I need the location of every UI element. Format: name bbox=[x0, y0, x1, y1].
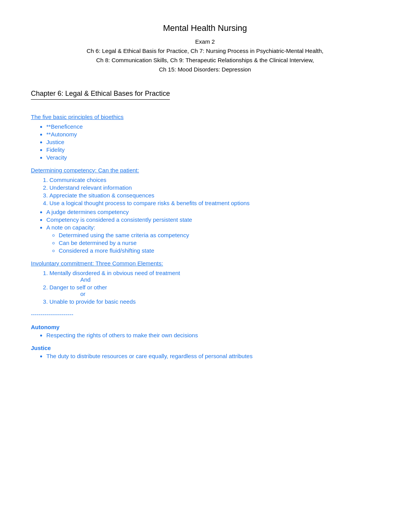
competency-numbered-list: Communicate choices Understand relevant … bbox=[31, 177, 379, 206]
list-item: The duty to distribute resources or care… bbox=[46, 353, 379, 359]
list-item: Communicate choices bbox=[49, 177, 379, 183]
list-item: Appreciate the situation & consequences bbox=[49, 192, 379, 199]
autonomy-section: Autonomy Respecting the rights of others… bbox=[31, 324, 379, 338]
involuntary-section: Involuntary commitment: Three Common Ele… bbox=[31, 260, 379, 305]
list-item: Justice bbox=[46, 139, 379, 145]
justice-section: Justice The duty to distribute resources… bbox=[31, 345, 379, 359]
list-item: Understand relevant information bbox=[49, 184, 379, 191]
list-item: Considered a more fluid/shifting state bbox=[59, 247, 379, 254]
competency-bullet-list: A judge determines competency Competency… bbox=[31, 209, 379, 254]
chapter6-heading: Chapter 6: Legal & Ethical Bases for Pra… bbox=[31, 90, 170, 100]
list-item: Mentally disordered & in obvious need of… bbox=[49, 270, 379, 283]
list-item: Use a logical thought process to compare… bbox=[49, 200, 379, 206]
bioethics-label: The five basic principles of bioethics bbox=[31, 114, 379, 120]
competency-section: Determining competency: Can the patient:… bbox=[31, 167, 379, 254]
subtitle-block: Exam 2 Ch 6: Legal & Ethical Basis for P… bbox=[31, 37, 379, 74]
list-item: Determined using the same criteria as co… bbox=[59, 232, 379, 238]
list-item: A note on capacity: Determined using the… bbox=[46, 224, 379, 254]
list-item: Competency is considered a consistently … bbox=[46, 216, 379, 223]
list-item: Can be determined by a nurse bbox=[59, 240, 379, 246]
divider: ---------------------- bbox=[31, 311, 379, 318]
competency-label: Determining competency: Can the patient: bbox=[31, 167, 379, 173]
and-text: And bbox=[49, 276, 379, 283]
or-text: or bbox=[49, 291, 379, 297]
involuntary-label: Involuntary commitment: Three Common Ele… bbox=[31, 260, 379, 267]
list-item: A judge determines competency bbox=[46, 209, 379, 215]
subtitle-line1: Ch 6: Legal & Ethical Basis for Practice… bbox=[31, 46, 379, 56]
list-item: Fidelity bbox=[46, 146, 379, 153]
bioethics-section: The five basic principles of bioethics *… bbox=[31, 114, 379, 161]
list-item: **Beneficence bbox=[46, 123, 379, 130]
involuntary-list: Mentally disordered & in obvious need of… bbox=[31, 270, 379, 305]
list-item: Unable to provide for basic needs bbox=[49, 298, 379, 305]
autonomy-list: Respecting the rights of others to make … bbox=[31, 332, 379, 338]
exam-label: Exam 2 bbox=[31, 37, 379, 46]
justice-list: The duty to distribute resources or care… bbox=[31, 353, 379, 359]
list-item: Respecting the rights of others to make … bbox=[46, 332, 379, 338]
bioethics-list: **Beneficence **Autonomy Justice Fidelit… bbox=[31, 123, 379, 161]
justice-heading: Justice bbox=[31, 345, 379, 351]
capacity-sub-list: Determined using the same criteria as co… bbox=[46, 232, 379, 254]
subtitle-line3: Ch 15: Mood Disorders: Depression bbox=[31, 65, 379, 74]
autonomy-heading: Autonomy bbox=[31, 324, 379, 330]
list-item: Danger to self or other or bbox=[49, 284, 379, 297]
list-item: Veracity bbox=[46, 154, 379, 161]
list-item: **Autonomy bbox=[46, 131, 379, 138]
page-title: Mental Health Nursing bbox=[31, 23, 379, 33]
subtitle-line2: Ch 8: Communication Skills, Ch 9: Therap… bbox=[31, 56, 379, 65]
